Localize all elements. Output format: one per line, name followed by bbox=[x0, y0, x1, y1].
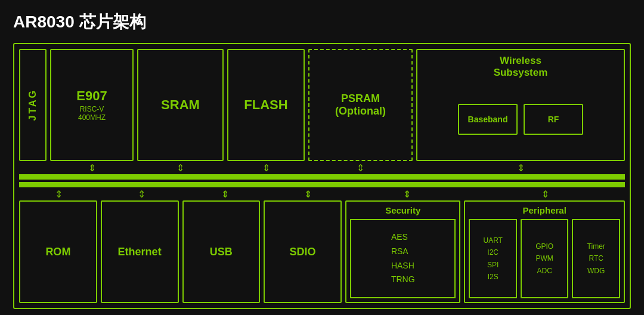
peripheral-title: Peripheral bbox=[523, 205, 566, 215]
sram-label: SRAM bbox=[161, 97, 200, 113]
block-jtag: JTAG bbox=[19, 49, 47, 161]
peri-block-timer: TimerRTCWDG bbox=[572, 219, 620, 298]
sdio-label: SDIO bbox=[290, 246, 316, 258]
sdio-arrow: ⇕ bbox=[268, 189, 348, 200]
peri-block-gpio: GPIOPWMADC bbox=[521, 219, 569, 298]
bottom-arrows-row: ⇕ ⇕ ⇕ ⇕ ⇕ ⇕ bbox=[14, 187, 630, 200]
peri-uart-items: UARTI2CSPII2S bbox=[483, 234, 502, 283]
usb-arrow: ⇕ bbox=[185, 189, 265, 200]
wireless-arrow: ⇕ bbox=[416, 162, 625, 174]
wireless-title: WirelessSubsystem bbox=[422, 55, 619, 79]
sram-arrow: ⇕ bbox=[137, 162, 224, 174]
security-inner: AESRSAHASHTRNG bbox=[350, 219, 456, 298]
block-flash: FLASH bbox=[227, 49, 305, 161]
e907-arrow: ⇕ bbox=[50, 162, 134, 174]
baseband-label: Baseband bbox=[468, 115, 508, 124]
block-sdio: SDIO bbox=[264, 200, 342, 303]
psram-label: PSRAM(Optional) bbox=[335, 92, 386, 118]
bus-bar-2 bbox=[19, 182, 625, 187]
ethernet-arrow: ⇕ bbox=[102, 189, 181, 200]
security-block: Security AESRSAHASHTRNG bbox=[345, 200, 460, 303]
security-arrow: ⇕ bbox=[351, 189, 463, 200]
flash-arrow: ⇕ bbox=[227, 162, 305, 174]
peri-gpio-items: GPIOPWMADC bbox=[535, 240, 553, 277]
usb-label: USB bbox=[210, 246, 233, 258]
rom-arrow: ⇕ bbox=[19, 189, 98, 200]
block-usb: USB bbox=[182, 200, 261, 303]
flash-label: FLASH bbox=[244, 97, 287, 113]
bottom-row: ROM Ethernet USB SDIO Security AESRSAHAS… bbox=[14, 200, 630, 308]
page-title: AR8030 芯片架构 bbox=[13, 11, 631, 33]
peripheral-block: Peripheral UARTI2CSPII2S GPIOPWMADC Time… bbox=[464, 200, 625, 303]
wireless-subsystem: WirelessSubsystem Baseband RF bbox=[416, 49, 625, 161]
top-arrows-row: ⇕ ⇕ ⇕ ⇕ ⇕ bbox=[14, 161, 630, 174]
block-sram: SRAM bbox=[137, 49, 224, 161]
bus-area bbox=[14, 174, 630, 187]
baseband-block: Baseband bbox=[458, 104, 518, 135]
security-items: AESRSAHASHTRNG bbox=[391, 230, 415, 287]
bus-bar-1 bbox=[19, 174, 625, 180]
rf-label: RF bbox=[548, 115, 559, 124]
peripheral-arrow: ⇕ bbox=[466, 189, 625, 200]
jtag-label: JTAG bbox=[27, 89, 38, 121]
block-e907: E907 RISC-V400MHZ bbox=[50, 49, 134, 161]
e907-subtitle: RISC-V400MHZ bbox=[78, 105, 106, 122]
ethernet-label: Ethernet bbox=[118, 246, 162, 258]
block-rom: ROM bbox=[19, 200, 97, 303]
top-row: JTAG E907 RISC-V400MHZ SRAM FLASH PSRAM(… bbox=[14, 44, 630, 161]
peri-block-uart: UARTI2CSPII2S bbox=[469, 219, 517, 298]
rf-block: RF bbox=[524, 104, 583, 135]
chip-diagram: JTAG E907 RISC-V400MHZ SRAM FLASH PSRAM(… bbox=[13, 43, 631, 309]
page: AR8030 芯片架构 JTAG E907 RISC-V400MHZ SRAM … bbox=[0, 0, 644, 315]
rom-label: ROM bbox=[45, 246, 70, 258]
block-ethernet: Ethernet bbox=[101, 200, 179, 303]
peri-timer-items: TimerRTCWDG bbox=[587, 240, 605, 277]
psram-arrow: ⇕ bbox=[308, 162, 413, 174]
e907-title: E907 bbox=[76, 88, 107, 104]
security-title: Security bbox=[385, 205, 420, 215]
peripheral-inner: UARTI2CSPII2S GPIOPWMADC TimerRTCWDG bbox=[469, 219, 620, 298]
wireless-inner: Baseband RF bbox=[422, 84, 619, 155]
block-psram: PSRAM(Optional) bbox=[308, 49, 413, 161]
